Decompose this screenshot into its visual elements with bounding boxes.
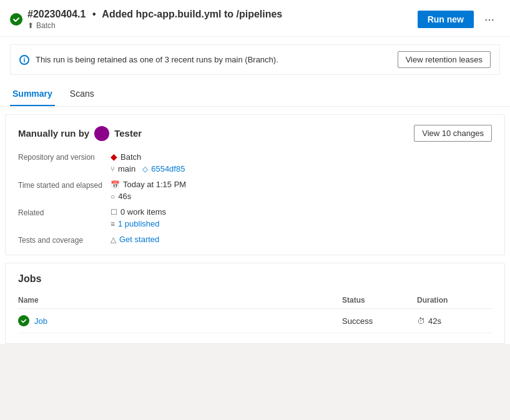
header-subtitle: ⬆ Batch <box>27 21 282 30</box>
related-value: ☐ 0 work items ≡ 1 published <box>110 207 492 228</box>
time-started: Today at 1:15 PM <box>123 180 186 189</box>
col-header-name: Name <box>18 296 342 305</box>
duration-clock-icon: ⏱ <box>417 316 425 326</box>
time-value: 📅 Today at 1:15 PM ○ 46s <box>110 180 492 201</box>
header: #20230404.1 • Added hpc-app.build.yml to… <box>0 0 510 37</box>
jobs-card: Jobs Name Status Duration Job Success ⏱ … <box>5 263 505 344</box>
calendar-icon: 📅 <box>110 180 120 189</box>
col-header-status: Status <box>342 296 417 305</box>
repo-name-row: ◆ Batch <box>110 152 492 162</box>
jobs-table-header: Name Status Duration <box>18 292 492 309</box>
repo-label: Repository and version <box>18 152 105 173</box>
commit-icon: ◇ <box>142 165 148 173</box>
workitem-icon: ☐ <box>110 208 117 217</box>
work-items-row: ☐ 0 work items <box>110 207 492 217</box>
repo-value: ◆ Batch ⑂ main ◇ 6554df85 <box>110 152 492 173</box>
success-icon <box>10 13 22 26</box>
title-group: #20230404.1 • Added hpc-app.build.yml to… <box>27 9 282 30</box>
job-name[interactable]: Job <box>34 316 47 326</box>
summary-card: Manually run by Tester View 10 changes R… <box>5 114 505 255</box>
job-success-icon <box>18 315 29 326</box>
get-started-row: △ Get started <box>110 235 492 244</box>
user-name: Tester <box>114 128 142 139</box>
batch-icon: ⬆ <box>27 21 34 30</box>
col-header-duration: Duration <box>417 296 492 305</box>
branch-icon: ⑂ <box>110 165 115 173</box>
time-started-row: 📅 Today at 1:15 PM <box>110 180 492 189</box>
header-left: #20230404.1 • Added hpc-app.build.yml to… <box>10 9 418 30</box>
tab-summary[interactable]: Summary <box>10 82 55 106</box>
commit-hash: 6554df85 <box>151 164 185 173</box>
tests-label: Tests and coverage <box>18 235 105 245</box>
elapsed-row: ○ 46s <box>110 192 492 201</box>
details-table: Repository and version ◆ Batch ⑂ main ◇ … <box>18 152 492 245</box>
jobs-title: Jobs <box>18 273 492 285</box>
page-wrapper: #20230404.1 • Added hpc-app.build.yml to… <box>0 0 510 344</box>
work-items: 0 work items <box>120 207 166 217</box>
banner-message: This run is being retained as one of 3 r… <box>36 55 278 64</box>
published-link[interactable]: 1 published <box>118 219 160 228</box>
manually-run-label: Manually run by <box>18 128 89 139</box>
manually-run-row: Manually run by Tester View 10 changes <box>18 125 492 142</box>
tab-scans[interactable]: Scans <box>67 82 97 106</box>
published-row: ≡ 1 published <box>110 219 492 228</box>
clock-icon: ○ <box>110 192 115 201</box>
branch-commit-row: ⑂ main ◇ 6554df85 <box>110 164 492 173</box>
tests-icon: △ <box>110 235 116 244</box>
retention-banner: i This run is being retained as one of 3… <box>10 44 500 75</box>
time-label: Time started and elapsed <box>18 180 105 201</box>
repo-diamond-icon: ◆ <box>110 152 117 162</box>
manually-run-left: Manually run by Tester <box>18 126 142 141</box>
tabs-bar: Summary Scans <box>0 82 510 107</box>
page-title: #20230404.1 • Added hpc-app.build.yml to… <box>27 9 282 20</box>
job-duration: 42s <box>428 316 441 326</box>
banner-left: i This run is being retained as one of 3… <box>19 55 278 65</box>
view-changes-button[interactable]: View 10 changes <box>414 125 492 142</box>
table-row: Job Success ⏱ 42s <box>18 309 492 333</box>
job-duration-cell: ⏱ 42s <box>417 316 492 326</box>
job-name-cell: Job <box>18 315 342 326</box>
info-icon: i <box>19 55 29 65</box>
tests-value: △ Get started <box>110 235 492 245</box>
artifact-icon: ≡ <box>110 220 115 228</box>
job-status: Success <box>342 316 417 326</box>
elapsed: 46s <box>118 192 131 201</box>
branch-name: main <box>118 164 135 173</box>
avatar <box>94 126 109 141</box>
view-retention-leases-button[interactable]: View retention leases <box>398 51 491 68</box>
repo-name: Batch <box>120 152 141 162</box>
run-new-button[interactable]: Run new <box>418 11 474 28</box>
get-started-link[interactable]: Get started <box>119 235 159 244</box>
related-label: Related <box>18 207 105 228</box>
more-options-button[interactable]: ⋯ <box>479 11 500 29</box>
